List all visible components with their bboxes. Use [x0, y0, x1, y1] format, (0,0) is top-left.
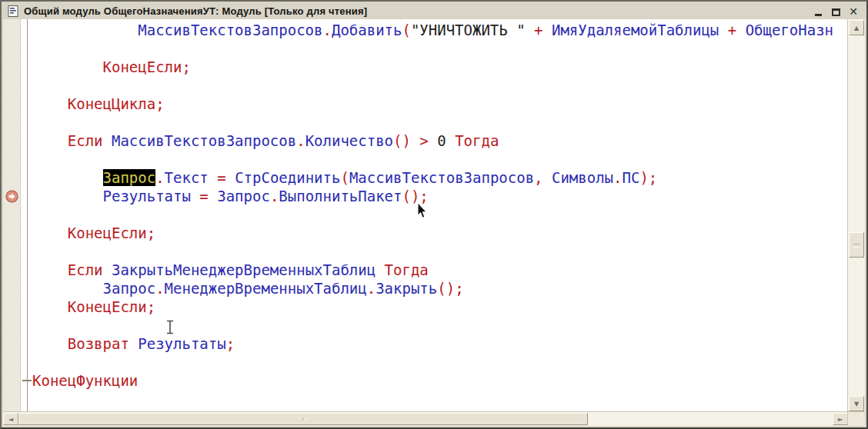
- code-token: Результаты: [103, 188, 191, 205]
- code-token: ВыполнитьПакет: [279, 188, 402, 205]
- code-token: 0: [437, 132, 446, 149]
- code-token: МассивТекстовЗапросов: [112, 132, 296, 149]
- code-token: =: [191, 188, 217, 205]
- code-line: [32, 242, 848, 261]
- code-token: .: [155, 280, 164, 297]
- minimize-icon: [815, 14, 822, 16]
- window-controls: ✕: [813, 3, 859, 19]
- code-token: Закрыть: [376, 280, 437, 297]
- horizontal-scroll-thumb[interactable]: [18, 413, 588, 425]
- code-token: КонецЦикла: [68, 95, 155, 112]
- code-line: МассивТекстовЗапросов.Добавить("УНИЧТОЖИ…: [32, 21, 848, 39]
- code-token: Текст: [165, 169, 209, 186]
- code-line: КонецЕсли;: [32, 58, 848, 76]
- window-title: Общий модуль ОбщегоНазначенияУТ: Модуль …: [24, 5, 367, 17]
- scroll-left-button[interactable]: ◄: [3, 413, 18, 425]
- code-token: МассивТекстовЗапросов: [138, 22, 322, 38]
- close-button[interactable]: ✕: [848, 6, 859, 17]
- code-token: ();: [402, 188, 428, 205]
- code-token: КонецЕсли: [68, 224, 147, 241]
- code-token: (: [340, 169, 349, 186]
- vertical-scrollbar[interactable]: ▲ ▼: [847, 19, 865, 412]
- code-line: КонецФункции: [32, 371, 848, 390]
- execution-marker-icon: [5, 190, 18, 203]
- code-token: (: [402, 22, 410, 38]
- code-token: +: [719, 22, 745, 38]
- code-token: МенеджерВременныхТаблиц: [165, 280, 367, 297]
- maximize-icon: [832, 8, 840, 16]
- code-token: ();: [437, 280, 463, 297]
- code-token: Символы: [552, 169, 613, 186]
- code-token: .: [367, 280, 376, 297]
- code-token: ОбщегоНазн: [746, 22, 833, 38]
- code-token: Количество: [305, 132, 393, 149]
- code-line: КонецЦикла;: [32, 95, 848, 113]
- code-token: СтрСоединить: [235, 169, 340, 186]
- code-token: КонецЕсли: [68, 298, 147, 315]
- code-line: [32, 150, 848, 168]
- code-token: .: [155, 169, 164, 186]
- module-editor-window: Общий модуль ОбщегоНазначенияУТ: Модуль …: [0, 0, 868, 429]
- code-token: Возврат: [68, 335, 139, 352]
- code-token: МассивТекстовЗапросов: [349, 169, 534, 186]
- code-token: ,: [534, 169, 552, 186]
- code-token: Если: [68, 261, 112, 278]
- code-line: Запрос.Текст = СтрСоединить(МассивТексто…: [32, 168, 848, 187]
- code-token: Тогда: [376, 261, 429, 278]
- code-token: "УНИЧТОЖИТЬ ": [411, 22, 526, 38]
- code-line: [32, 113, 848, 131]
- code-token: Добавить: [332, 22, 402, 38]
- maximize-button[interactable]: [830, 6, 841, 17]
- code-token: .: [613, 169, 622, 186]
- code-line: Если ЗакрытьМенеджерВременныхТаблиц Тогд…: [32, 261, 848, 279]
- code-line: [32, 316, 848, 334]
- code-token: ЗакрытьМенеджерВременныхТаблиц: [112, 261, 376, 278]
- code-token: ;: [226, 335, 235, 352]
- minimize-button[interactable]: [813, 6, 823, 17]
- code-token: ;: [182, 58, 190, 75]
- code-token: КонецЕсли: [103, 58, 182, 75]
- code-token: .: [270, 188, 279, 205]
- code-line: КонецЕсли;: [32, 298, 848, 316]
- code-token: Результаты: [138, 335, 225, 352]
- selected-word: Запрос: [103, 169, 156, 186]
- code-token: .: [296, 132, 305, 149]
- scrollbar-corner: [847, 411, 865, 426]
- code-line: КонецЕсли;: [32, 224, 848, 242]
- code-token: Запрос: [103, 280, 156, 297]
- code-line: Результаты = Запрос.ВыполнитьПакет();: [32, 187, 848, 205]
- code-token: .: [323, 22, 332, 38]
- code-token: ПС: [623, 169, 640, 186]
- titlebar[interactable]: Общий модуль ОбщегоНазначенияУТ: Модуль …: [3, 3, 865, 20]
- code-token: КонецФункции: [32, 372, 138, 389]
- code-token: ;: [155, 95, 164, 112]
- code-token: ;: [147, 298, 155, 315]
- fold-marker[interactable]: [22, 380, 32, 381]
- scroll-down-button[interactable]: ▼: [849, 396, 864, 411]
- code-line: [32, 205, 848, 224]
- code-token: Тогда: [446, 132, 499, 149]
- code-line: Запрос.МенеджерВременныхТаблиц.Закрыть()…: [32, 279, 848, 298]
- module-document-icon: [8, 5, 18, 17]
- code-token: =: [209, 169, 235, 186]
- scroll-up-button[interactable]: ▲: [849, 20, 864, 35]
- code-line: Возврат Результаты;: [32, 334, 848, 353]
- code-token: Запрос: [217, 188, 270, 205]
- code-token: );: [639, 169, 657, 186]
- vertical-scroll-thumb[interactable]: [849, 232, 864, 258]
- code-token: () >: [393, 132, 437, 149]
- code-line: [32, 76, 848, 95]
- code-token: Если: [68, 132, 112, 149]
- horizontal-scrollbar[interactable]: ◄ ►: [3, 411, 848, 426]
- scroll-right-button[interactable]: ►: [833, 413, 848, 425]
- code-line: Если МассивТекстовЗапросов.Количество() …: [32, 131, 848, 150]
- code-line: [32, 353, 848, 371]
- code-token: ;: [147, 224, 155, 241]
- code-token: +: [526, 22, 552, 38]
- code-lines[interactable]: МассивТекстовЗапросов.Добавить("УНИЧТОЖИ…: [3, 21, 848, 412]
- code-line: [32, 39, 848, 58]
- code-token: ИмяУдаляемойТаблицы: [552, 22, 719, 38]
